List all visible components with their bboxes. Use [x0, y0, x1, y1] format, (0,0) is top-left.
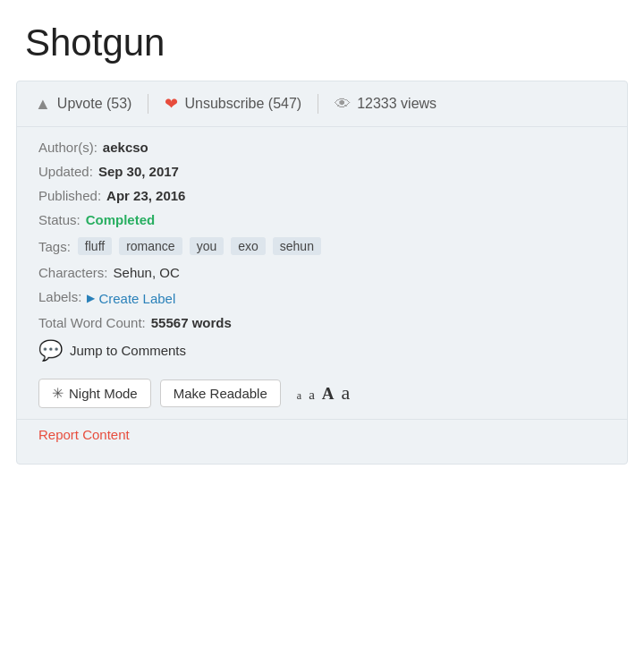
divider-1: [148, 94, 148, 114]
upvote-icon: ▲: [35, 95, 51, 114]
page-title: Shotgun: [0, 0, 644, 81]
divider-2: [318, 94, 318, 114]
views-button: 👁 12333 views: [335, 95, 436, 114]
tag-you[interactable]: you: [190, 237, 225, 255]
word-count-row: Total Word Count: 55567 words: [38, 315, 606, 330]
action-bar: ▲ Upvote (53) ❤ Unsubscribe (547) 👁 1233…: [17, 81, 627, 127]
authors-row: Author(s): aekcso: [38, 140, 606, 155]
tools-row: ✳ Night Mode Make Readable a a A a: [17, 366, 627, 415]
status-label: Status:: [38, 212, 80, 227]
tag-fluff[interactable]: fluff: [78, 237, 112, 255]
font-size-xs[interactable]: a: [297, 389, 301, 403]
night-mode-button[interactable]: ✳ Night Mode: [38, 379, 151, 408]
published-value: Apr 23, 2016: [106, 188, 185, 203]
meta-section: Author(s): aekcso Updated: Sep 30, 2017 …: [17, 127, 627, 362]
status-value: Completed: [86, 212, 156, 227]
jump-to-comments-button[interactable]: 💬 Jump to Comments: [38, 339, 186, 362]
labels-label: Labels:: [38, 289, 81, 304]
create-label-button[interactable]: ▶ Create Label: [87, 291, 175, 306]
status-row: Status: Completed: [38, 212, 606, 227]
jump-comments-label: Jump to Comments: [70, 343, 186, 358]
updated-label: Updated:: [38, 164, 93, 179]
sun-icon: ✳: [52, 385, 64, 402]
tag-exo[interactable]: exo: [231, 237, 266, 255]
heart-icon: ❤: [165, 94, 178, 114]
make-readable-label: Make Readable: [174, 386, 267, 401]
font-size-md[interactable]: A: [322, 384, 335, 404]
info-panel: ▲ Upvote (53) ❤ Unsubscribe (547) 👁 1233…: [16, 81, 628, 465]
authors-value: aekcso: [103, 140, 148, 155]
jump-comments-row: 💬 Jump to Comments: [38, 339, 606, 362]
triangle-icon: ▶: [87, 292, 95, 304]
tag-romance[interactable]: romance: [119, 237, 182, 255]
characters-value: Sehun, OC: [114, 265, 180, 280]
labels-row: Labels: ▶ Create Label: [38, 289, 606, 306]
characters-row: Characters: Sehun, OC: [38, 265, 606, 280]
word-count-label: Total Word Count:: [38, 315, 146, 330]
tags-label: Tags:: [38, 239, 71, 254]
report-content-button[interactable]: Report Content: [17, 419, 627, 453]
updated-value: Sep 30, 2017: [98, 164, 179, 179]
word-count-value: 55567 words: [151, 315, 232, 330]
font-size-controls: a a A a: [297, 381, 351, 405]
views-label: 12333 views: [357, 96, 436, 112]
create-label-text: Create Label: [98, 291, 175, 306]
characters-label: Characters:: [38, 265, 108, 280]
updated-row: Updated: Sep 30, 2017: [38, 164, 606, 179]
tag-sehun[interactable]: sehun: [273, 237, 321, 255]
upvote-button[interactable]: ▲ Upvote (53): [35, 95, 131, 114]
make-readable-button[interactable]: Make Readable: [160, 379, 281, 407]
published-label: Published:: [38, 188, 101, 203]
tags-row: Tags: fluff romance you exo sehun: [38, 236, 606, 256]
upvote-label: Upvote (53): [57, 96, 132, 112]
authors-label: Author(s):: [38, 140, 97, 155]
eye-icon: 👁: [335, 95, 351, 114]
night-mode-label: Night Mode: [69, 386, 138, 401]
comments-icon: 💬: [38, 339, 63, 362]
unsubscribe-button[interactable]: ❤ Unsubscribe (547): [165, 94, 301, 114]
font-size-sm[interactable]: a: [309, 388, 315, 403]
published-row: Published: Apr 23, 2016: [38, 188, 606, 203]
unsubscribe-label: Unsubscribe (547): [184, 96, 301, 112]
font-size-lg[interactable]: a: [342, 381, 351, 405]
